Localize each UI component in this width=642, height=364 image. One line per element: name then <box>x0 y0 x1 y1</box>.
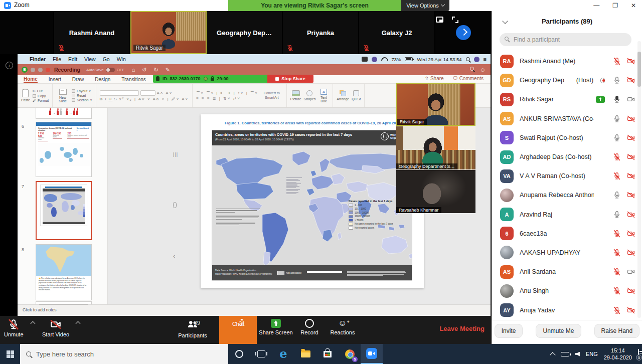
store-button[interactable] <box>316 344 339 364</box>
mic-status-icon[interactable] <box>613 134 621 142</box>
convert-smartart-button[interactable]: Convert to SmartArt <box>261 91 283 99</box>
close-button[interactable]: ✕ <box>631 2 636 9</box>
mac-menu-item[interactable]: File <box>53 56 61 62</box>
siri-icon[interactable] <box>474 57 479 62</box>
slide-thumbnail-partial[interactable]: → → <box>36 108 92 119</box>
battery-icon[interactable] <box>561 352 569 356</box>
new-slide-button[interactable]: New Slide <box>56 89 69 103</box>
camera-status-icon[interactable] <box>627 153 635 161</box>
comment-pin-icon[interactable] <box>173 202 177 208</box>
font-name-select[interactable] <box>100 90 139 96</box>
camera-status-icon[interactable] <box>627 287 635 295</box>
mic-status-icon[interactable] <box>613 230 621 238</box>
home-icon[interactable]: ⌂ <box>132 67 135 73</box>
mic-status-icon[interactable] <box>613 115 621 123</box>
slide-thumbnail-7-selected[interactable] <box>36 181 92 240</box>
participant-row[interactable]: RS Ritvik Sagar <box>492 90 642 109</box>
participant-row[interactable]: AY Anuja Yadav <box>492 300 642 319</box>
mic-status-icon[interactable] <box>613 268 621 276</box>
picture-button[interactable]: Picture <box>290 90 301 101</box>
fullscreen-icon[interactable] <box>452 17 458 23</box>
autosave-toggle[interactable] <box>106 68 115 72</box>
share-document-button[interactable]: ⇧Share <box>425 76 444 81</box>
video-options-chevron[interactable] <box>76 321 81 326</box>
mic-status-icon[interactable] <box>613 211 621 219</box>
format-painter-button[interactable]: 🖉 Format <box>33 99 49 102</box>
slide-thumbnail-8[interactable]: 👍 This is Indian map redesigned by an Am… <box>36 244 92 300</box>
participant-row[interactable]: A Aravind Raj <box>492 205 642 224</box>
unmute-button[interactable]: Unmute <box>4 319 24 337</box>
participant-row[interactable]: 6 6caec13a <box>492 224 642 243</box>
tray-expand-chevron[interactable] <box>550 352 555 357</box>
share-screen-button[interactable]: Share Screen <box>258 319 294 335</box>
overlay-video-tile[interactable]: Ravsaheb Khemnar <box>396 170 475 213</box>
camera-status-icon[interactable] <box>627 211 635 219</box>
ribbon-tab[interactable]: Transitions <box>121 77 146 82</box>
mic-status-icon[interactable] <box>613 76 621 84</box>
reset-button[interactable]: Reset <box>72 94 92 97</box>
notes-area[interactable]: Click to add notes <box>18 304 491 316</box>
slide-thumbnail-6[interactable]: Coronavirus disease (COVID-19) outbreak … <box>36 122 92 177</box>
find-participant-input[interactable] <box>500 33 631 46</box>
speaker-icon[interactable] <box>575 352 580 356</box>
record-button[interactable]: Record <box>297 319 322 335</box>
undo-icon[interactable]: ↺ <box>142 67 146 73</box>
task-view-button[interactable] <box>250 344 272 364</box>
textbox-button[interactable]: A Text Box <box>318 89 329 103</box>
start-video-button[interactable]: Start Video <box>42 319 69 337</box>
edge-button[interactable]: e <box>272 344 294 364</box>
draw-icon[interactable]: ✎ <box>166 67 170 73</box>
layout-button[interactable]: Layout ˅ <box>72 89 92 93</box>
chat-button[interactable]: 31 Chat <box>219 316 257 344</box>
audio-options-chevron[interactable] <box>31 321 36 326</box>
video-tile[interactable]: Ritvik Sagar <box>130 11 207 54</box>
taskbar-clock[interactable]: 15:14 29-04-2020 <box>604 347 632 361</box>
mac-menu-item[interactable]: Finder <box>30 56 46 62</box>
font-size-select[interactable] <box>140 90 155 96</box>
mic-status-icon[interactable] <box>613 172 621 180</box>
scrollbar-thumb[interactable] <box>637 52 641 87</box>
camera-status-icon[interactable] <box>627 268 635 276</box>
video-tile[interactable]: Geography Dep… <box>207 11 283 54</box>
grip-handle-icon[interactable]: ||| <box>173 152 178 157</box>
info-icon[interactable]: i <box>6 62 13 69</box>
mic-status-icon[interactable] <box>613 95 621 103</box>
camera-status-icon[interactable] <box>627 249 635 257</box>
section-button[interactable]: Section ˅ <box>72 98 92 102</box>
ribbon-tab[interactable]: Draw <box>72 77 84 82</box>
camera-status-icon[interactable] <box>627 230 635 238</box>
redo-icon[interactable]: ↻ <box>154 67 158 73</box>
panel-footer-button[interactable]: Unmute Me <box>536 324 581 338</box>
camera-status-icon[interactable] <box>627 172 635 180</box>
copy-button[interactable]: Copy <box>33 94 49 98</box>
list-buttons[interactable]: ☰˅ ☰˅ | ⇤ ⇥ | ↕˅ | ☰˅ <box>196 91 258 95</box>
leave-meeting-button[interactable]: Leave Meeting <box>439 325 485 332</box>
mac-menu-item[interactable]: Go <box>103 56 110 62</box>
participant-row[interactable]: VA V A V Raman (Co-host) <box>492 166 642 186</box>
video-tile[interactable]: Galaxy J2 <box>359 11 435 54</box>
previous-slide-icon[interactable]: ‹ <box>173 252 175 260</box>
video-tile[interactable]: Rashmi Anand <box>54 11 130 54</box>
mac-menu-item[interactable]: Edit <box>68 56 77 62</box>
paste-button[interactable]: Paste <box>21 89 30 102</box>
overlay-video-tile[interactable]: Ritvik Sagar <box>396 83 475 126</box>
participant-row[interactable]: AS Anil Sardana <box>492 262 642 281</box>
minimize-button[interactable]: — <box>593 2 599 9</box>
gallery-view-icon[interactable] <box>436 17 443 23</box>
mac-menu-item[interactable]: Win <box>117 56 126 62</box>
traffic-light[interactable] <box>38 68 43 72</box>
camera-status-icon[interactable] <box>627 57 635 65</box>
camera-status-icon[interactable] <box>627 306 635 314</box>
mic-status-icon[interactable] <box>613 287 621 295</box>
participant-row[interactable]: AS ANKUR SRIVASTAVA (Co-host) <box>492 109 642 128</box>
participant-row[interactable]: Anupama Rebecca Anthony <box>492 186 642 205</box>
traffic-light[interactable] <box>31 68 35 72</box>
smiley-feedback-icon[interactable]: ☺ <box>480 67 486 73</box>
zoom-taskbar-button[interactable] <box>361 344 383 364</box>
mic-status-icon[interactable] <box>613 57 621 65</box>
camera-status-icon[interactable] <box>627 76 635 84</box>
reactions-button[interactable]: ☺+ Reactions <box>327 319 358 335</box>
camera-status-icon[interactable] <box>627 95 635 103</box>
participant-row[interactable]: GD Geography Depart… (Host) <box>492 71 642 90</box>
video-tile[interactable] <box>0 11 54 54</box>
